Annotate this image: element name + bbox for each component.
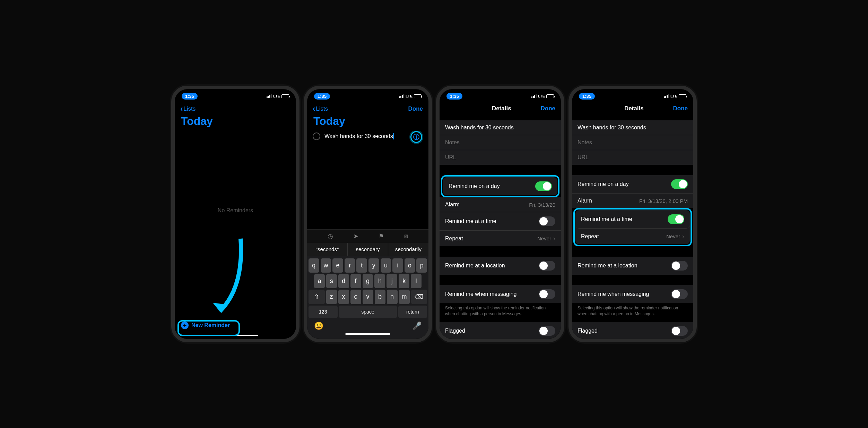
alarm-value: Fri, 3/13/20, 2:00 PM xyxy=(639,198,688,204)
signal-icon xyxy=(531,94,537,98)
key-d[interactable]: d xyxy=(338,274,349,288)
messaging-footnote: Selecting this option will show the remi… xyxy=(440,303,561,322)
notes-field[interactable]: Notes xyxy=(572,135,693,150)
space-key[interactable]: space xyxy=(339,306,397,318)
key-m[interactable]: m xyxy=(399,290,410,304)
clock-icon[interactable]: ◷ xyxy=(328,232,333,240)
flagged-label: Flagged xyxy=(578,328,598,334)
done-button[interactable]: Done xyxy=(541,105,556,112)
flagged-row[interactable]: Flagged xyxy=(572,322,693,339)
key-c[interactable]: c xyxy=(350,290,361,304)
key-a[interactable]: a xyxy=(314,274,325,288)
camera-icon[interactable]: ⧇ xyxy=(404,232,408,240)
key-p[interactable]: p xyxy=(416,258,427,273)
key-h[interactable]: h xyxy=(374,274,385,288)
suggestion-2[interactable]: secondary xyxy=(348,243,388,256)
url-placeholder: URL xyxy=(578,154,589,161)
chevron-left-icon: ‹ xyxy=(180,105,183,113)
flag-icon[interactable]: ⚑ xyxy=(379,232,384,240)
remind-day-toggle[interactable] xyxy=(535,181,552,191)
remind-time-toggle[interactable] xyxy=(539,216,555,226)
chevron-right-icon: › xyxy=(553,235,555,242)
notch xyxy=(208,89,263,98)
key-b[interactable]: b xyxy=(375,290,385,304)
reminder-radio-icon[interactable] xyxy=(313,132,320,140)
url-field[interactable]: URL xyxy=(572,150,693,165)
flagged-toggle[interactable] xyxy=(539,326,555,336)
key-g[interactable]: g xyxy=(363,274,373,288)
url-field[interactable]: URL xyxy=(440,150,561,165)
return-key[interactable]: return xyxy=(398,306,427,318)
key-i[interactable]: i xyxy=(392,258,403,273)
key-j[interactable]: j xyxy=(387,274,397,288)
remind-location-toggle[interactable] xyxy=(671,261,688,271)
remind-messaging-row[interactable]: Remind me when messaging xyxy=(572,285,693,303)
keyboard-toolbar: ◷ ➤ ⚑ ⧇ xyxy=(307,229,428,243)
signal-icon xyxy=(267,94,272,98)
kb-row-1: q w e r t y u i o p xyxy=(309,258,427,273)
suggestion-3[interactable]: secondarily xyxy=(388,243,428,256)
key-v[interactable]: v xyxy=(363,290,373,304)
key-z[interactable]: z xyxy=(326,290,337,304)
kb-row-4: 123 space return xyxy=(309,306,427,318)
emoji-key[interactable]: 😀 xyxy=(314,322,323,331)
key-f[interactable]: f xyxy=(350,274,361,288)
nav-bar: Details Done xyxy=(440,103,561,113)
info-button[interactable]: ⓘ xyxy=(410,131,422,143)
flagged-row[interactable]: Flagged xyxy=(440,322,561,339)
dictation-key[interactable]: 🎤 xyxy=(412,322,422,331)
remind-location-row[interactable]: Remind me at a location xyxy=(440,257,561,275)
back-button[interactable]: ‹ Lists xyxy=(180,105,196,113)
key-o[interactable]: o xyxy=(405,258,415,273)
key-q[interactable]: q xyxy=(309,258,319,273)
alarm-row[interactable]: Alarm Fri, 3/13/20, 2:00 PM xyxy=(572,194,693,208)
key-w[interactable]: w xyxy=(321,258,331,273)
key-t[interactable]: t xyxy=(356,258,367,273)
remind-day-row[interactable]: Remind me on a day xyxy=(572,175,693,194)
location-icon[interactable]: ➤ xyxy=(353,232,358,240)
suggestion-1[interactable]: "seconds" xyxy=(307,243,348,256)
status-time: 1:35 xyxy=(579,93,595,100)
flagged-toggle[interactable] xyxy=(671,326,688,336)
key-r[interactable]: r xyxy=(345,258,355,273)
title-field[interactable]: Wash hands for 30 seconds xyxy=(572,120,693,135)
remind-messaging-row[interactable]: Remind me when messaging xyxy=(440,285,561,303)
key-x[interactable]: x xyxy=(338,290,349,304)
shift-key[interactable]: ⇧ xyxy=(309,290,325,304)
key-u[interactable]: u xyxy=(381,258,391,273)
key-l[interactable]: l xyxy=(411,274,422,288)
remind-time-row[interactable]: Remind me at a time xyxy=(575,210,690,229)
done-button[interactable]: Done xyxy=(673,105,688,112)
key-e[interactable]: e xyxy=(332,258,343,273)
remind-location-toggle[interactable] xyxy=(539,261,555,271)
key-k[interactable]: k xyxy=(399,274,409,288)
numbers-key[interactable]: 123 xyxy=(309,306,338,318)
highlight-time-repeat: Remind me at a time Repeat Never› xyxy=(573,208,692,246)
key-n[interactable]: n xyxy=(387,290,398,304)
key-s[interactable]: s xyxy=(326,274,337,288)
notes-field[interactable]: Notes xyxy=(440,135,561,150)
backspace-key[interactable]: ⌫ xyxy=(411,290,427,304)
back-button[interactable]: ‹ Lists xyxy=(313,105,328,113)
remind-messaging-toggle[interactable] xyxy=(539,289,555,299)
remind-time-toggle[interactable] xyxy=(668,214,684,224)
alarm-row[interactable]: Alarm Fri, 3/13/20 xyxy=(440,197,561,212)
messaging-footnote: Selecting this option will show the remi… xyxy=(572,303,693,322)
repeat-row[interactable]: Repeat Never› xyxy=(440,231,561,246)
remind-day-row[interactable]: Remind me on a day xyxy=(443,177,557,195)
remind-time-row[interactable]: Remind me at a time xyxy=(440,212,561,231)
remind-location-row[interactable]: Remind me at a location xyxy=(572,257,693,275)
remind-day-toggle[interactable] xyxy=(671,179,688,189)
done-button[interactable]: Done xyxy=(408,105,423,112)
battery-icon xyxy=(546,94,554,98)
repeat-row[interactable]: Repeat Never› xyxy=(575,229,690,244)
remind-time-label: Remind me at a time xyxy=(445,218,496,224)
key-y[interactable]: y xyxy=(368,258,379,273)
title-value: Wash hands for 30 seconds xyxy=(445,125,514,131)
reminder-title-input[interactable]: Wash hands for 30 seconds xyxy=(324,133,393,139)
remind-messaging-toggle[interactable] xyxy=(671,289,688,299)
carrier-label: LTE xyxy=(670,94,677,98)
page-title: Today xyxy=(307,114,428,131)
title-field[interactable]: Wash hands for 30 seconds xyxy=(440,120,561,135)
home-indicator[interactable] xyxy=(345,333,390,335)
